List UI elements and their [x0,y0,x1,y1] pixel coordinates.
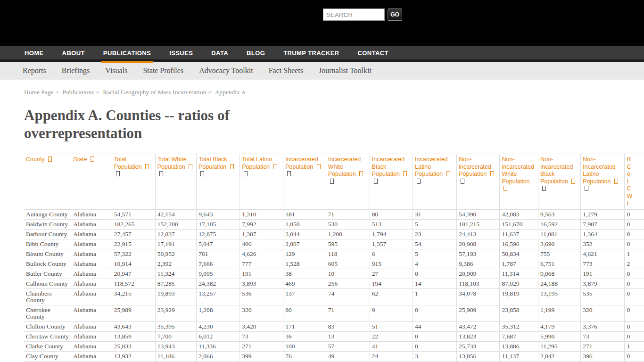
cell-value: 9,643 [197,209,240,219]
column-header-non_pop[interactable]: Non-incarcerated Population [457,154,500,210]
sort-icon [504,186,507,191]
cell-value: 11,137 [500,351,538,361]
column-header-total_latino[interactable]: Total Latino Population [240,154,283,210]
cell-value: 13,932 [112,351,155,361]
cell-value: 12,837 [155,229,197,239]
cell-value: 2,042 [538,351,580,361]
cell-value: 73 [581,331,625,341]
column-header-total_black[interactable]: Total Black Population [197,154,240,210]
cell-value: 62 [370,288,413,305]
column-header-non_white[interactable]: Non-incarcerated White Population [500,154,538,210]
cell-value: 171 [283,321,326,331]
cell-value: 0 [413,269,457,279]
cell-value: 7,687 [500,331,538,341]
cell-value: 5 [413,219,457,229]
nav-item-data[interactable]: DATA [211,45,228,61]
subnav-item-state-profiles[interactable]: State Profiles [143,66,183,75]
cell-value: 0 [625,331,644,341]
cell-value: 4,626 [240,249,283,259]
cell-value: 19,893 [155,288,197,305]
nav-item-trump-tracker[interactable]: TRUMP TRACKER [283,45,339,61]
subnav-item-visuals[interactable]: Visuals [105,66,127,75]
sort-icon [571,179,575,184]
subnav-item-briefings[interactable]: Briefings [62,66,90,75]
cell-value: 0 [625,269,644,279]
cell-value: 11,295 [538,341,580,351]
column-header-inc_pop[interactable]: Incarcerated Population [283,154,326,210]
cell-value: 773 [581,259,625,269]
cell-value: 73 [240,331,283,341]
column-header-inc_latino[interactable]: Incarcerated Latino Population [413,154,457,210]
table-row: Barbour CountyAlabama27,45712,83712,8751… [24,229,644,239]
cell-value: 761 [197,249,240,259]
cell-value: 50,834 [500,249,538,259]
cell-value: 0 [625,209,644,219]
cell-value: 20,947 [112,269,155,279]
search-go-button[interactable]: GO [388,8,402,21]
subnav-item-journalist-toolkit[interactable]: Journalist Toolkit [319,66,372,75]
subnav-item-reports[interactable]: Reports [23,66,46,75]
sort-icon [48,156,52,162]
cell-value: 71 [326,305,370,321]
appendix-table: County State Total Population Total Whit… [24,154,644,362]
nav-item-home[interactable]: HOME [25,45,44,61]
cell-value: 16,592 [538,219,580,229]
column-header-county[interactable]: County [24,154,71,210]
nav-item-blog[interactable]: BLOG [247,45,265,61]
cell-value: 5,047 [197,239,240,249]
table-container: County State Total Population Total Whit… [24,154,644,362]
cell-value: 4 [413,259,457,269]
cell-county: Cherokee County [24,305,71,321]
nav-item-about[interactable]: ABOUT [62,45,85,61]
cell-value: 43,643 [112,321,155,331]
nav-item-issues[interactable]: ISSUES [169,45,193,61]
cell-value: 1,787 [500,259,538,269]
column-header-state[interactable]: State [71,154,112,210]
breadcrumb-separator: > [56,89,59,96]
cell-value: 3,420 [240,321,283,331]
column-header-non_latino[interactable]: Non-Incarcerated Latino Population [581,154,625,210]
breadcrumb-home[interactable]: Home Page [24,89,54,96]
site-header: GO [0,0,644,46]
column-header-non_black[interactable]: Non-Incarcerated Black Population [538,154,580,210]
cell-value: 5 [413,249,457,259]
subnav-item-fact-sheets[interactable]: Fact Sheets [269,66,303,75]
nav-item-contact[interactable]: CONTACT [358,45,388,61]
breadcrumb-report[interactable]: Racial Geography of Mass Incarceration [103,89,206,96]
cell-value: 2,066 [197,351,240,361]
cell-value: 0 [413,331,457,341]
sort-icon [244,171,248,176]
sort-icon [490,171,494,176]
cell-value: 1,199 [538,305,580,321]
cell-value: 191 [581,269,625,279]
cell-value: 25,833 [112,341,155,351]
cell-value: 19,819 [500,288,538,305]
sort-icon [359,171,363,176]
cell-value: 20,909 [457,269,500,279]
cell-value: 129 [283,249,326,259]
column-header-total_white[interactable]: Total White Population [155,154,197,210]
cell-value: 6 [370,249,413,259]
column-header-inc_white[interactable]: Incarcerated White Population [326,154,370,210]
cell-value: 42,154 [155,209,197,219]
search-input[interactable] [323,8,385,21]
table-row: Bullock CountyAlabama10,9142,3927,666777… [24,259,644,269]
column-header-inc_black[interactable]: Incarcerated Black Population [370,154,413,210]
sort-icon [330,179,334,184]
column-header-ratio_clipped[interactable]: RCoICWI [625,154,644,210]
cell-county: Butler County [24,269,71,279]
sort-icon [417,179,421,184]
cell-value: 0 [625,229,644,239]
breadcrumb-publications[interactable]: Publications [63,89,94,96]
cell-value: 513 [370,219,413,229]
cell-value: 9,386 [457,259,500,269]
cell-value: 7,987 [581,219,625,229]
breadcrumb: Home Page> Publications> Racial Geograph… [24,89,644,96]
sort-icon [461,179,464,184]
cell-value: 469 [283,279,326,288]
subnav-item-advocacy-toolkit[interactable]: Advocacy Toolkit [199,66,253,75]
nav-item-publications[interactable]: PUBLICATIONS [103,45,151,61]
column-header-total_pop[interactable]: Total Population [112,154,155,210]
column-header-label: State [73,156,89,163]
cell-value: 24,413 [457,229,500,239]
